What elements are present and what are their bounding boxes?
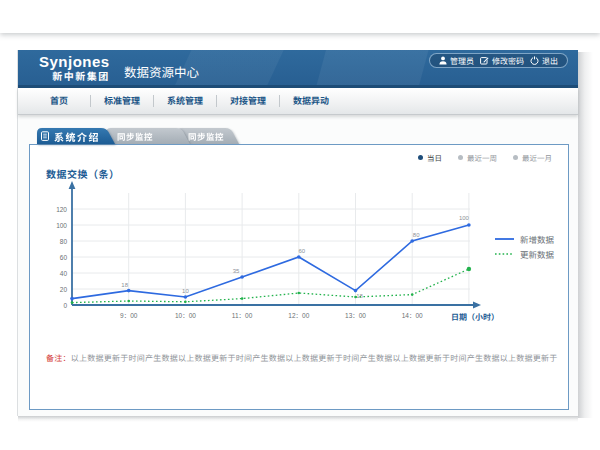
- svg-text:100: 100: [56, 220, 67, 230]
- nav-item-system-mgmt[interactable]: 系统管理: [154, 88, 216, 114]
- tab-system-intro-wrap: 系统介绍: [37, 128, 115, 144]
- tab-sync-monitor-1-wrap: 同步监控: [106, 128, 190, 144]
- tab-sync-monitor-1[interactable]: 同步监控: [106, 128, 190, 144]
- edit-icon: [480, 56, 489, 65]
- tab-system-intro[interactable]: 系统介绍: [37, 128, 115, 144]
- chart-legend: 新增数据 更新数据: [495, 231, 554, 261]
- svg-text:0: 0: [63, 300, 67, 310]
- app-header: Synjones 新中新集团 数据资源中心 管理员 修改密码 退出: [18, 50, 578, 88]
- svg-text:60: 60: [298, 246, 305, 255]
- logout-label: 退出: [542, 55, 558, 66]
- nav-item-home[interactable]: 首页: [28, 88, 90, 114]
- user-name-label: 管理员: [450, 55, 474, 66]
- brand-logo-subtext: 新中新集团: [39, 70, 110, 82]
- change-password-label: 修改密码: [492, 55, 524, 66]
- svg-text:18: 18: [121, 280, 128, 289]
- svg-text:9：00: 9：00: [120, 310, 138, 320]
- legend-label: 更新数据: [520, 248, 554, 260]
- tab-label: 同步监控: [117, 130, 153, 142]
- web-page: Synjones 新中新集团 数据资源中心 管理员 修改密码 退出: [17, 50, 578, 416]
- svg-text:13：00: 13：00: [345, 310, 366, 320]
- nav-item-standard-mgmt[interactable]: 标准管理: [91, 88, 153, 114]
- svg-text:120: 120: [56, 204, 67, 214]
- nav-item-interface-mgmt[interactable]: 对接管理: [217, 88, 279, 114]
- user-icon: [439, 56, 447, 65]
- document-icon: [41, 131, 49, 141]
- chart-x-axis-title: 日期（小时）: [451, 311, 499, 322]
- svg-text:60: 60: [60, 252, 68, 262]
- legend-label: 新增数据: [520, 233, 554, 245]
- content-panel: 当日 最近一周 最近一月 数据交换（条） 0204060801001209：00…: [29, 144, 569, 410]
- brand-logo: Synjones 新中新集团: [39, 54, 110, 82]
- nav-item-data-change[interactable]: 数据异动: [280, 88, 342, 114]
- svg-text:11：00: 11：00: [232, 310, 253, 320]
- svg-text:12：00: 12：00: [288, 310, 309, 320]
- page-title: 数据资源中心: [124, 62, 199, 81]
- main-nav: 首页 标准管理 系统管理 对接管理 数据异动: [18, 88, 578, 115]
- tab-label: 系统介绍: [54, 129, 100, 144]
- logout-button[interactable]: 退出: [530, 55, 558, 66]
- line-chart: 0204060801001209：0010：0011：0012：0013：001…: [30, 145, 570, 411]
- legend-line-solid-icon: [495, 237, 514, 241]
- user-toolbar: 管理员 修改密码 退出: [429, 53, 568, 68]
- svg-text:18: 18: [356, 291, 363, 300]
- remark-text: 以上数据更新于时间产生数据以上数据更新于时间产生数据以上数据更新于时间产生数据以…: [71, 352, 558, 363]
- tab-label: 同步监控: [188, 130, 224, 142]
- svg-text:10：00: 10：00: [175, 310, 196, 320]
- remark-note: 备注：以上数据更新于时间产生数据以上数据更新于时间产生数据以上数据更新于时间产生…: [46, 352, 558, 363]
- change-password-button[interactable]: 修改密码: [480, 55, 524, 66]
- top-shadow-band: [0, 0, 600, 33]
- svg-text:35: 35: [233, 266, 240, 275]
- svg-text:20: 20: [60, 284, 68, 294]
- svg-text:14：00: 14：00: [402, 310, 423, 320]
- svg-text:80: 80: [60, 236, 68, 246]
- legend-line-dotted-icon: [495, 252, 514, 256]
- svg-text:80: 80: [413, 230, 420, 239]
- remark-prefix: 备注：: [46, 352, 71, 363]
- screenshot-stage: Synjones 新中新集团 数据资源中心 管理员 修改密码 退出: [0, 0, 600, 450]
- legend-item-updated-data: 更新数据: [495, 246, 554, 261]
- brand-logo-text: Synjones: [39, 54, 110, 69]
- legend-item-new-data: 新增数据: [495, 231, 554, 246]
- svg-text:10: 10: [182, 286, 189, 295]
- svg-text:100: 100: [459, 213, 470, 222]
- svg-text:40: 40: [60, 268, 68, 278]
- current-user-button[interactable]: 管理员: [439, 55, 474, 66]
- power-icon: [530, 56, 539, 65]
